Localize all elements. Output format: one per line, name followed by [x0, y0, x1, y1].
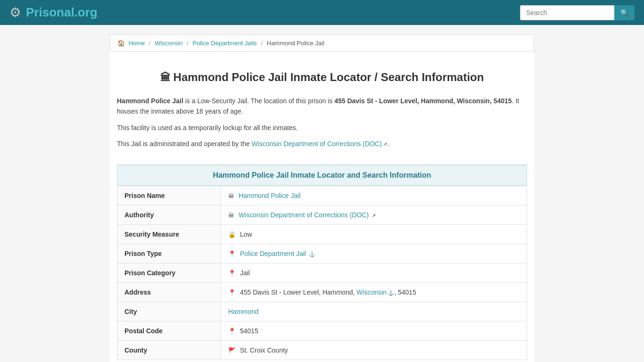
breadcrumb-current: Hammond Police Jail: [267, 40, 324, 47]
county-icon: 🚩: [228, 347, 236, 354]
label-prison-name: Prison Name: [117, 186, 221, 205]
value-security: 🔒 Low: [221, 224, 527, 244]
postal-icon: 📍: [228, 328, 236, 335]
logo-area: ⚙ Prisonal.org: [9, 5, 98, 20]
site-header: ⚙ Prisonal.org 🔍: [0, 0, 644, 25]
table-section: Hammond Police Jail Inmate Locator and S…: [110, 165, 534, 362]
breadcrumb-home[interactable]: Home: [129, 40, 145, 47]
label-county: County: [117, 340, 221, 360]
value-authority: 🏛 Wisconsin Department of Corrections (D…: [221, 205, 527, 224]
description-paragraph-1: Hammond Police Jail is a Low-Security Ja…: [117, 96, 527, 117]
authority-external-icon: ↗: [372, 213, 376, 218]
address-icon: 📍: [228, 289, 236, 296]
info-table: Prison Name 🏛 Hammond Police Jail Author…: [117, 186, 527, 360]
prison-icon: 🏛: [160, 72, 171, 83]
table-row: City Hammond: [117, 302, 527, 321]
external-link-icon: ↗: [383, 141, 387, 147]
prison-category-icon: 📍: [228, 270, 236, 277]
breadcrumb-type[interactable]: Police Department Jails: [192, 40, 257, 47]
table-row: Prison Category 📍 Jail: [117, 263, 527, 282]
prison-name-icon: 🏛: [228, 192, 234, 199]
breadcrumb: 🏠 Home / Wisconsin / Police Department J…: [110, 34, 534, 52]
state-link[interactable]: Wisconsin: [356, 288, 387, 296]
table-row: Prison Name 🏛 Hammond Police Jail: [117, 186, 527, 205]
value-prison-name: 🏛 Hammond Police Jail: [221, 186, 527, 205]
logo-icon: ⚙: [9, 5, 21, 20]
table-row: Postal Code 📍 54015: [117, 321, 527, 340]
authority-icon: 🏛: [228, 212, 234, 219]
table-row: Prison Type 📍 Police Department Jail ⚓: [117, 244, 527, 263]
security-icon: 🔒: [228, 231, 236, 238]
value-prison-type: 📍 Police Department Jail ⚓: [221, 244, 527, 263]
label-prison-type: Prison Type: [117, 244, 221, 263]
breadcrumb-state[interactable]: Wisconsin: [155, 40, 182, 47]
search-button[interactable]: 🔍: [614, 5, 635, 20]
table-header: Hammond Police Jail Inmate Locator and S…: [117, 165, 527, 186]
description-paragraph-3: This Jail is administrated and operated …: [117, 139, 527, 149]
address-bold: 455 Davis St - Lower Level, Hammond, Wis…: [334, 97, 512, 105]
prison-type-anchor-icon: ⚓: [309, 251, 315, 257]
jail-name-bold: Hammond Police Jail: [117, 97, 183, 105]
logo-text: Prisonal.org: [26, 5, 98, 20]
label-city: City: [117, 302, 221, 321]
page-title-section: 🏛Hammond Police Jail Inmate Locator / Se…: [110, 61, 534, 91]
authority-link[interactable]: Wisconsin Department of Corrections (DOC…: [239, 211, 369, 219]
prison-type-link[interactable]: Police Department Jail: [240, 250, 306, 257]
value-prison-category: 📍 Jail: [221, 263, 527, 282]
doc-link[interactable]: Wisconsin Department of Corrections (DOC…: [252, 140, 382, 148]
table-row: County 🚩 St. Croix County: [117, 340, 527, 360]
label-postal: Postal Code: [117, 321, 221, 340]
search-area: 🔍: [520, 5, 635, 20]
page-title: 🏛Hammond Police Jail Inmate Locator / Se…: [117, 71, 527, 84]
value-city: Hammond: [221, 302, 527, 321]
search-icon: 🔍: [620, 9, 628, 16]
search-input[interactable]: [520, 5, 614, 20]
table-row: Authority 🏛 Wisconsin Department of Corr…: [117, 205, 527, 224]
label-security: Security Measure: [117, 224, 221, 244]
label-prison-category: Prison Category: [117, 263, 221, 282]
logo-suffix: onal: [49, 5, 74, 19]
description-section: Hammond Police Jail is a Low-Security Ja…: [110, 91, 534, 165]
description-paragraph-2: This facility is used as a temporarily l…: [117, 123, 527, 133]
logo-prefix: Pris: [26, 5, 49, 19]
city-link[interactable]: Hammond: [228, 308, 259, 315]
home-icon: 🏠: [117, 40, 125, 47]
state-anchor-icon: ⚓: [388, 290, 394, 296]
prison-type-icon: 📍: [228, 250, 236, 257]
main-content: 🏠 Home / Wisconsin / Police Department J…: [110, 34, 534, 362]
value-address: 📍 455 Davis St - Lower Level, Hammond, W…: [221, 282, 527, 302]
label-address: Address: [117, 282, 221, 302]
logo-domain: .org: [74, 5, 98, 19]
value-county: 🚩 St. Croix County: [221, 340, 527, 360]
label-authority: Authority: [117, 205, 221, 224]
table-row: Security Measure 🔒 Low: [117, 224, 527, 244]
prison-name-link[interactable]: Hammond Police Jail: [239, 192, 301, 199]
value-postal: 📍 54015: [221, 321, 527, 340]
table-row: Address 📍 455 Davis St - Lower Level, Ha…: [117, 282, 527, 302]
